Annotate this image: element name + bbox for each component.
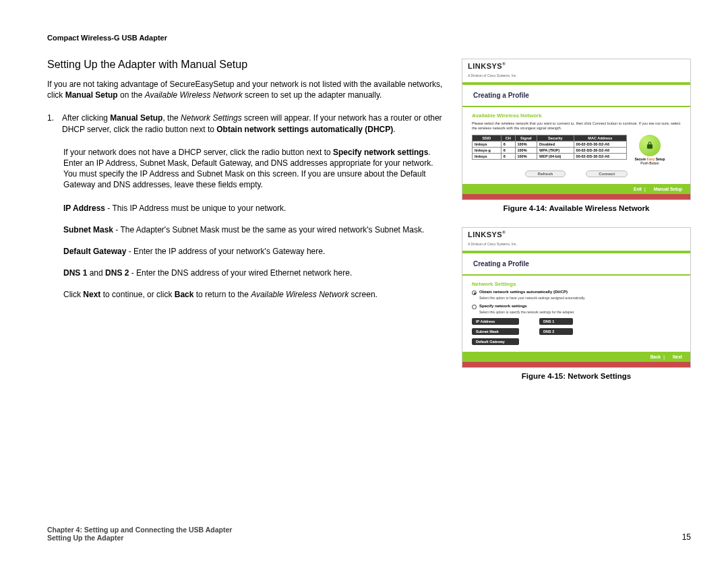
radio-icon bbox=[472, 290, 477, 295]
settings-form: IP Address Subnet Mask Default Gateway D… bbox=[472, 318, 681, 345]
paragraph-specify: If your network does not have a DHCP ser… bbox=[47, 147, 445, 191]
screenshot-available-network: LINKSYS® A Division of Cisco Systems, In… bbox=[462, 59, 691, 200]
doc-header: Compact Wireless-G USB Adapter bbox=[47, 34, 691, 42]
table-row[interactable]: linksys6100%Disabled00-02-DD-30-D2-A6 bbox=[473, 142, 627, 148]
back-link[interactable]: Back bbox=[650, 354, 661, 359]
table-row[interactable]: linksys6100%WEP (64-bit)00-02-DD-30-D2-A… bbox=[473, 154, 627, 160]
def-dns: DNS 1 and DNS 2 - Enter the DNS address … bbox=[47, 268, 445, 278]
exit-link[interactable]: Exit bbox=[634, 187, 642, 191]
screenshot-title: Creating a Profile bbox=[462, 85, 690, 107]
lock-icon bbox=[639, 135, 661, 156]
screenshot-intro: Please select the wireless network that … bbox=[472, 121, 681, 131]
radio-specify[interactable]: Specify network settings bbox=[472, 304, 681, 309]
radio-dhcp[interactable]: Obtain network settings automatically (D… bbox=[472, 290, 681, 295]
manual-setup-link[interactable]: Manual Setup bbox=[654, 187, 682, 191]
default-gateway-label: Default Gateway bbox=[472, 338, 519, 345]
figure-caption: Figure 4-14: Available Wireless Network bbox=[462, 204, 691, 212]
radio-dhcp-desc: Select this option to have your network … bbox=[479, 296, 681, 300]
next-link[interactable]: Next bbox=[673, 354, 682, 359]
brand-logo: LINKSYS® A Division of Cisco Systems, In… bbox=[462, 228, 690, 248]
brand-logo: LINKSYS® A Division of Cisco Systems, In… bbox=[462, 59, 690, 80]
def-subnet: Subnet Mask - The Adapter's Subnet Mask … bbox=[47, 224, 445, 235]
ip-address-label: IP Address bbox=[472, 318, 519, 325]
connect-button[interactable]: Connect bbox=[586, 170, 628, 177]
def-ip: IP Address - This IP Address must be uni… bbox=[47, 203, 445, 214]
text-column: Setting Up the Adapter with Manual Setup… bbox=[47, 59, 445, 512]
screenshot-section-title: Available Wireless Network bbox=[472, 113, 681, 119]
badge-label: Secure Easy Setup Push Button bbox=[634, 158, 665, 165]
figure-4-14: LINKSYS® A Division of Cisco Systems, In… bbox=[462, 59, 691, 212]
footer-section: Setting Up the Adapter bbox=[47, 534, 232, 542]
footer-chapter: Chapter 4: Setting up and Connecting the… bbox=[47, 526, 232, 534]
screenshot-section-title: Network Settings bbox=[472, 281, 681, 287]
screenshot-network-settings: LINKSYS® A Division of Cisco Systems, In… bbox=[462, 227, 691, 368]
section-title: Setting Up the Adapter with Manual Setup bbox=[47, 59, 445, 71]
table-row[interactable]: linksys-g6100%WPA (TKIP)00-02-DD-30-D2-A… bbox=[473, 148, 627, 154]
figure-caption: Figure 4-15: Network Settings bbox=[462, 372, 691, 380]
intro-paragraph: If you are not taking advantage of Secur… bbox=[47, 79, 445, 100]
refresh-button[interactable]: Refresh bbox=[525, 170, 566, 177]
wifi-table: SSIDCHSignalSecurityMAC Address linksys6… bbox=[472, 135, 627, 160]
screenshot-title: Creating a Profile bbox=[462, 253, 690, 276]
dns1-label: DNS 1 bbox=[539, 318, 573, 325]
figures-column: LINKSYS® A Division of Cisco Systems, In… bbox=[462, 59, 691, 512]
figure-4-15: LINKSYS® A Division of Cisco Systems, In… bbox=[462, 227, 691, 380]
screenshot-footer: Exit|Manual Setup bbox=[462, 184, 690, 194]
dns2-label: DNS 2 bbox=[539, 328, 573, 335]
step-number: 1. bbox=[47, 113, 62, 134]
radio-specify-desc: Select this option to specify the networ… bbox=[479, 310, 681, 314]
closing-paragraph: Click Next to continue, or click Back to… bbox=[47, 289, 445, 300]
table-header-row: SSIDCHSignalSecurityMAC Address bbox=[473, 135, 627, 142]
step-1: 1. After clicking Manual Setup, the Netw… bbox=[47, 113, 445, 134]
def-gateway: Default Gateway - Enter the IP address o… bbox=[47, 246, 445, 257]
subnet-mask-label: Subnet Mask bbox=[472, 328, 519, 335]
secure-easy-setup-badge[interactable]: Secure Easy Setup Push Button bbox=[634, 135, 666, 165]
step-1-text: After clicking Manual Setup, the Network… bbox=[62, 113, 445, 134]
page-number: 15 bbox=[682, 532, 691, 542]
page-footer: Chapter 4: Setting up and Connecting the… bbox=[47, 526, 691, 542]
screenshot-footer: Back|Next bbox=[462, 352, 690, 362]
radio-icon bbox=[472, 305, 477, 309]
